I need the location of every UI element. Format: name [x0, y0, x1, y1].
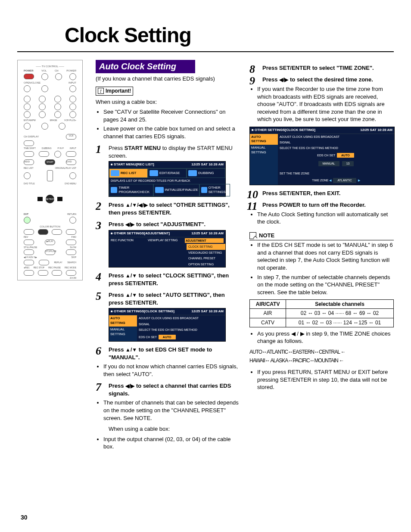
intro-text: (If you know a channel that carries EDS … — [96, 75, 240, 83]
step-4: 4 Press ▲/▼ to select "CLOCK SETTING", t… — [96, 272, 240, 287]
final-note: If you press RETURN, START MENU or EXIT … — [257, 368, 394, 391]
step-7: 7 Press ◀/▶ to select a channel that car… — [96, 382, 240, 397]
step-9-sub: If you want the Recorder to use the time… — [257, 85, 394, 123]
notes-list: If the EDS CH SET mode is set to "MANUAL… — [257, 241, 394, 296]
tz-sequence-1: AUTO↔ATLANTIC↔EASTERN↔CENTRAL ← — [249, 348, 394, 355]
step-7-lead2: When using a cable box: — [109, 425, 240, 433]
page-title: Clock Setting — [65, 22, 394, 50]
step-2: 2 Press ▲/▼/◀/▶ to select "OTHER SETTING… — [96, 201, 240, 216]
osd-start-menu: ■ START MENU[REC LIST]12/25 SAT 10:28 AM… — [109, 161, 226, 197]
step-9: 9 Press ◀/▶ to select the desired time z… — [249, 76, 394, 84]
important-lead: When using a cable box: — [96, 98, 240, 106]
section-header: Auto Clock Setting — [96, 60, 195, 73]
important-heading: !Important! — [96, 87, 240, 95]
osd-adjustment: ■ OTHER SETTINGS[ADJUSTMENT]12/25 SAT 10… — [109, 230, 226, 268]
important-bullets: See "CATV or Satellite Receiver Connecti… — [103, 108, 240, 140]
step-1: 1 Press START MENU to display the START … — [96, 144, 240, 159]
note-icon — [249, 232, 256, 239]
step-6: 6 Press ▲/▼ to set EDS CH SET mode to "M… — [96, 346, 240, 361]
title-rule — [17, 51, 394, 52]
page-number: 30 — [21, 513, 28, 522]
step-10: 10 Press SET/ENTER, then EXIT. — [249, 190, 394, 197]
step-11-sub: The Auto Clock Setting function will aut… — [257, 211, 394, 226]
osd-timezone: ■ OTHER SETTINGS[CLOCK SETTING]12/25 SAT… — [249, 127, 395, 185]
step-11: 11 Press POWER to turn off the Recorder. — [249, 201, 394, 209]
step-6-sub: If you do not know which channel carries… — [103, 363, 240, 378]
step-8: 8 Press SET/ENTER to select "TIME ZONE". — [249, 64, 394, 72]
step-5: 5 Press ▲/▼ to select "AUTO SETTING", th… — [96, 291, 240, 306]
osd-clock-setting-auto: ■ OTHER SETTINGS[CLOCK SETTING]12/25 SAT… — [109, 308, 226, 342]
step-7-sub2: Input the output channel (02, 03, or 04)… — [103, 436, 240, 451]
tz-sequence-2: HAWAII↔ ALASKA↔PACIFIC↔MOUNTAIN ← — [249, 357, 394, 364]
channels-table: AIR/CATVSelectable channels AIR02 ↔ 03 ↔… — [249, 299, 394, 327]
step-3: 3 Press ◀/▶ to select "ADJUSTMENT". — [96, 221, 240, 228]
tz-lead: As you press ◀ / ▶ in step 9, the TIME Z… — [257, 330, 394, 345]
remote-control-illustration: —— TV CONTROL —— POWER VOL CH POWER OPEN… — [17, 60, 83, 280]
step-7-sub1: The number of channels that can be selec… — [103, 399, 240, 422]
note-heading: NOTE — [249, 232, 394, 241]
